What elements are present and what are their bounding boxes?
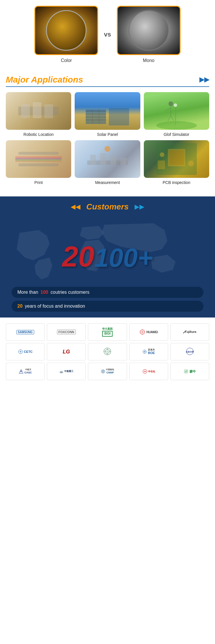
stat2-suffix: years of focus and innovation [25,304,85,309]
svg-line-17 [165,108,171,111]
app-item-solar: Solar Panel [75,92,140,137]
section-title: Major Applications [6,75,83,85]
golf-image [144,92,209,130]
vs-label: vs [98,31,117,38]
pcb-bg [144,140,209,178]
svg-line-19 [171,115,174,121]
app-item-robotic: Robotic Location [6,92,71,137]
robotic-label: Robotic Location [23,132,54,137]
svg-rect-1 [21,104,30,118]
svg-rect-13 [175,107,176,125]
mono-comparison-item: Mono [117,6,181,63]
svg-rect-2 [33,102,41,118]
svg-point-12 [156,121,197,130]
stat1-num: 100 [41,290,48,295]
stat1-text: More than [17,290,38,295]
svg-rect-29 [120,158,126,165]
svg-rect-6 [86,114,106,114]
section-header: Major Applications ▶▶ [6,75,209,85]
logo-cnnp: 中国核电 CNNP [88,363,127,380]
logo-cetc: CETC [6,343,45,360]
app-item-pcb: PCB inspection [144,140,209,185]
stat2-num: 20 [17,304,23,309]
svg-point-45 [20,371,22,372]
logos-row-2: CETC LG 京东方 BO [6,343,209,360]
customers-section: ◀◀ Customers ▶▶ [0,196,215,217]
svg-rect-23 [18,152,59,155]
logo-samsung: SAMSUNG [6,323,45,341]
logos-row-3: 中航天 CASC 中船重工 中国核电 CNNP [6,363,209,380]
svg-rect-8 [86,120,106,120]
robotic-image [6,92,71,130]
logo-corp [88,343,127,360]
svg-line-18 [168,115,171,121]
world-stats: 20 100+ More than 100 coutries customers… [0,217,215,318]
svg-point-42 [144,351,146,353]
color-comparison-item: Color [34,6,98,63]
right-arrows[interactable]: ▶▶ [199,76,209,83]
number-20: 20 [62,242,94,271]
logo-bgi: 华大基因 BGI [88,323,127,341]
stat1-suffix: coutries customers [51,290,89,295]
svg-text:北京大学: 北京大学 [185,351,194,353]
apps-grid: Robotic Location Solar Pa [6,92,209,185]
logos-row-1: SAMSUNG FOXCONN 华大基因 BGI HUAWEI � [6,323,209,341]
svg-rect-3 [44,104,53,118]
svg-rect-11 [109,108,129,125]
customers-left-arrows[interactable]: ◀◀ [71,203,80,211]
color-image-inner [35,7,97,54]
golf-label: Glof Simulator [163,132,189,137]
logo-mengniu: 蒙牛 [170,363,209,380]
svg-point-34 [160,152,164,157]
customers-header: ◀◀ Customers ▶▶ [6,202,209,211]
major-applications-section: Major Applications ▶▶ Robotic Location [0,72,215,191]
stat-badge-years: 20 years of focus and innovation [12,301,203,312]
logo-sinopec: 中石化 [129,363,168,380]
svg-point-30 [104,146,110,152]
stat-badges: More than 100 coutries customers 20 year… [6,287,209,312]
logo-casc: 中航天 CASC [6,363,45,380]
measurement-image [75,140,140,178]
svg-rect-7 [86,117,106,117]
customers-right-arrows[interactable]: ▶▶ [135,203,144,211]
logo-beihang: 北京大学 [170,343,209,360]
section-divider [6,86,209,87]
color-label: Color [61,58,72,63]
comparison-section: Color vs Mono [0,0,215,72]
app-item-measurement: Measurement [75,140,140,185]
svg-rect-36 [158,160,165,169]
stat-badge-countries: More than 100 coutries customers [12,287,203,298]
mono-image [117,6,181,55]
customers-title: Customers [86,202,128,211]
svg-rect-49 [184,369,188,373]
measure-bg [75,140,140,178]
world-map-bg: 20 100+ [6,220,209,284]
pcb-image [144,140,209,178]
logos-section: SAMSUNG FOXCONN 华大基因 BGI HUAWEI � [0,318,215,388]
logo-csic: 中船重工 [47,363,86,380]
svg-point-15 [168,101,173,106]
solar-image [75,92,140,130]
app-item-print: Print [6,140,71,185]
logo-lg: LG [47,343,86,360]
svg-rect-22 [15,159,62,161]
color-image [34,6,98,55]
solar-label: Solar Panel [97,132,118,137]
robotic-bg [6,92,71,130]
logo-fujikura: 𝒻 Fujikura [170,323,209,341]
mono-wafer [128,10,169,51]
solar-bg [75,92,140,130]
svg-rect-33 [169,150,184,165]
app-item-golf: Glof Simulator [144,92,209,137]
svg-rect-24 [18,163,59,166]
print-label: Print [34,180,43,185]
measurement-label: Measurement [95,180,120,185]
golf-bg [144,92,209,130]
mono-image-inner [118,7,180,54]
svg-rect-46 [60,372,63,373]
svg-rect-28 [110,156,116,165]
pcb-label: PCB inspection [163,180,190,185]
comparison-row: Color vs Mono [6,6,209,63]
number-100plus: 100+ [94,245,153,271]
svg-rect-26 [90,155,96,165]
